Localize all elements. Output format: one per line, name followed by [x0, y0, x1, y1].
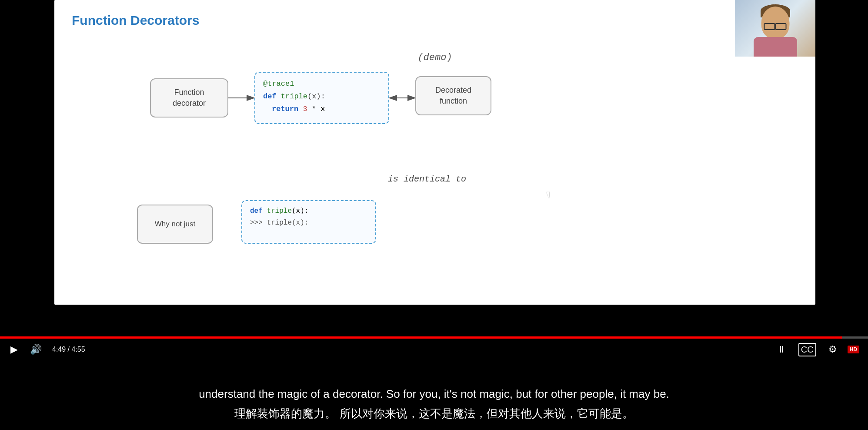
- subtitle-chinese: 理解装饰器的魔力。 所以对你来说，这不是魔法，但对其他人来说，它可能是。: [17, 405, 851, 422]
- controls-bar: ▶ 🔊 4:49 / 4:55 ⏸ CC ⚙ HD: [0, 339, 868, 360]
- presenter-video: [735, 0, 815, 57]
- main-diagram: Functiondecorator @trace1 def triple(x):…: [98, 70, 576, 191]
- pause-button[interactable]: ⏸: [775, 342, 788, 357]
- settings-icon: ⚙: [828, 344, 837, 355]
- captions-icon: CC: [798, 343, 816, 356]
- play-button[interactable]: ▶: [9, 342, 20, 357]
- code-line-1: @trace1: [263, 78, 381, 91]
- bottom-diagram: Why not just def triple(x): >>> triple(x…: [98, 200, 576, 287]
- volume-button[interactable]: 🔊: [28, 342, 43, 357]
- identical-text: is identical to: [388, 174, 466, 184]
- time-display: 4:49 / 4:55: [52, 346, 85, 353]
- demo-label: (demo): [417, 52, 452, 63]
- time-current: 4:49: [52, 346, 66, 353]
- why-not-box: Why not just: [137, 205, 213, 244]
- bottom-code-line-1: def triple(x):: [250, 205, 367, 217]
- code-line-2: def triple(x):: [263, 91, 381, 103]
- time-total: 4:55: [71, 346, 85, 353]
- code-box: @trace1 def triple(x): return 3 * x: [254, 72, 389, 124]
- slide-title: Function Decorators: [72, 13, 199, 28]
- play-icon: ▶: [10, 344, 18, 355]
- subtitle-area: understand the magic of a decorator. So …: [0, 378, 868, 430]
- volume-icon: 🔊: [30, 344, 42, 355]
- bottom-code-line-2: >>> triple(x):: [250, 217, 367, 229]
- hd-badge: HD: [848, 346, 859, 353]
- slide-content: Function Decorators (demo): [54, 0, 815, 305]
- captions-button[interactable]: CC: [797, 341, 818, 358]
- video-player[interactable]: Function Decorators (demo): [0, 0, 868, 430]
- bottom-code-box: def triple(x): >>> triple(x):: [241, 200, 376, 244]
- decorator-annotation: @trace1: [263, 80, 294, 88]
- code-line-3: return 3 * x: [263, 103, 381, 116]
- function-decorator-box: Functiondecorator: [150, 78, 228, 118]
- settings-button[interactable]: ⚙: [827, 342, 839, 357]
- pause-icon: ⏸: [777, 344, 786, 355]
- subtitle-english: understand the magic of a decorator. So …: [17, 386, 851, 403]
- webcam-overlay: [735, 0, 815, 57]
- slide-divider: [72, 35, 798, 35]
- decorated-function-box: Decoratedfunction: [415, 76, 491, 115]
